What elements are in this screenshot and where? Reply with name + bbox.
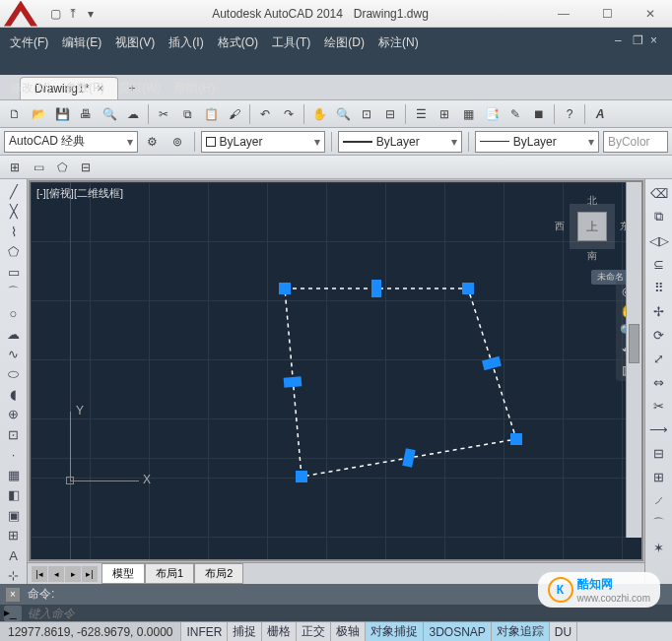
layout-last-icon[interactable]: ▸| xyxy=(82,566,98,582)
status-ortho[interactable]: 正交 xyxy=(297,622,331,641)
help-icon[interactable]: ? xyxy=(559,103,580,125)
calc-icon[interactable]: ⏹ xyxy=(528,103,550,125)
viewcube-face[interactable]: 上 xyxy=(577,212,607,241)
extend-icon[interactable]: ⟶ xyxy=(648,419,670,439)
rectangle-icon[interactable]: ▭ xyxy=(3,264,25,280)
publish-icon[interactable]: ☁ xyxy=(122,103,144,125)
stretch-icon[interactable]: ⇔ xyxy=(648,372,670,392)
copy-obj-icon[interactable]: ⧉ xyxy=(648,207,670,226)
menu-tools[interactable]: 工具(T) xyxy=(272,33,310,51)
selected-polygon[interactable] xyxy=(31,182,641,559)
tab-model[interactable]: 模型 xyxy=(101,563,145,584)
viewport-single-icon[interactable]: ▭ xyxy=(28,157,49,178)
menu-help[interactable]: 帮助(H) xyxy=(174,79,215,96)
properties-icon[interactable]: ☰ xyxy=(410,103,432,125)
status-osnap[interactable]: 对象捕捉 xyxy=(366,622,424,641)
undo-icon[interactable]: ↶ xyxy=(254,103,276,125)
status-ducs[interactable]: DU xyxy=(550,622,577,641)
spline-icon[interactable]: ∿ xyxy=(3,346,25,361)
textstyle-icon[interactable]: A xyxy=(589,103,611,125)
break-icon[interactable]: ⊟ xyxy=(648,443,670,463)
status-snap[interactable]: 捕捉 xyxy=(228,622,262,641)
layout-next-icon[interactable]: ▸ xyxy=(65,566,81,582)
zoom-prev-icon[interactable]: ⊟ xyxy=(379,103,401,125)
join-icon[interactable]: ⊞ xyxy=(648,467,670,486)
line-icon[interactable]: ╱ xyxy=(3,183,25,199)
copy-icon[interactable]: ⧉ xyxy=(176,103,198,125)
pan-icon[interactable]: ✋ xyxy=(308,103,330,125)
status-grid[interactable]: 栅格 xyxy=(262,622,297,641)
make-block-icon[interactable]: ⊡ xyxy=(3,426,25,442)
insert-block-icon[interactable]: ⊕ xyxy=(3,407,25,422)
preview-icon[interactable]: 🔍 xyxy=(99,103,120,125)
lineweight-combo[interactable]: ByLayer ▾ xyxy=(475,131,599,153)
polyline-icon[interactable]: ⌇ xyxy=(3,224,25,239)
menu-modify[interactable]: 修改(M) xyxy=(10,79,51,96)
qat-open-icon[interactable]: ⤒ xyxy=(65,6,81,22)
zoom-window-icon[interactable]: ⊡ xyxy=(356,103,377,125)
command-input[interactable] xyxy=(28,607,668,620)
minimize-button[interactable]: — xyxy=(542,0,585,28)
open-icon[interactable]: 📂 xyxy=(28,103,49,125)
status-3dosnap[interactable]: 3DOSNAP xyxy=(424,622,491,641)
erase-icon[interactable]: ⌫ xyxy=(648,183,670,203)
menu-format[interactable]: 格式(O) xyxy=(218,33,258,51)
menu-file[interactable]: 文件(F) xyxy=(10,33,48,51)
menu-insert[interactable]: 插入(I) xyxy=(168,33,203,51)
design-center-icon[interactable]: ⊞ xyxy=(434,103,455,125)
cut-icon[interactable]: ✂ xyxy=(153,103,174,125)
offset-icon[interactable]: ⊆ xyxy=(648,254,670,274)
status-infer[interactable]: INFER xyxy=(181,622,228,641)
print-icon[interactable]: 🖶 xyxy=(75,103,97,125)
linetype-combo[interactable]: ByLayer ▾ xyxy=(338,131,462,153)
workspace-gear2-icon[interactable]: ⊚ xyxy=(167,131,187,153)
redo-icon[interactable]: ↷ xyxy=(278,103,300,125)
circle-icon[interactable]: ○ xyxy=(3,305,25,321)
trim-icon[interactable]: ✂ xyxy=(648,396,670,416)
menu-window[interactable]: 窗口(W) xyxy=(118,79,161,96)
workspace-settings-icon[interactable]: ⚙ xyxy=(142,131,163,153)
plotstyle-combo[interactable]: ByColor xyxy=(603,131,668,153)
xline-icon[interactable]: ╳ xyxy=(3,203,25,219)
zoom-icon[interactable]: 🔍 xyxy=(332,103,354,125)
mdi-restore-icon[interactable]: ❐ xyxy=(633,32,646,45)
status-polar[interactable]: 极轴 xyxy=(331,622,366,641)
menu-view[interactable]: 视图(V) xyxy=(115,33,155,51)
coordinates-display[interactable]: 12977.8619, -628.9679, 0.0000 xyxy=(0,622,181,641)
vertical-scrollbar[interactable] xyxy=(626,182,641,538)
menu-edit[interactable]: 编辑(E) xyxy=(62,33,101,51)
addselect-icon[interactable]: ⊹ xyxy=(3,567,25,583)
sheet-set-icon[interactable]: 📑 xyxy=(481,103,503,125)
vertex-grip[interactable] xyxy=(296,471,307,482)
tab-layout2[interactable]: 布局2 xyxy=(194,563,243,584)
cmd-close-icon[interactable]: × xyxy=(6,588,20,602)
vertex-grip[interactable] xyxy=(462,283,474,294)
viewport-config-icon[interactable]: ⊞ xyxy=(4,157,26,178)
fillet-icon[interactable]: ⌒ xyxy=(648,514,670,534)
new-icon[interactable]: 🗋 xyxy=(4,103,26,125)
mtext-icon[interactable]: A xyxy=(3,547,25,563)
menu-parametric[interactable]: 参数(P) xyxy=(65,79,104,96)
rotate-icon[interactable]: ⟳ xyxy=(648,325,670,345)
qat-save-icon[interactable]: ▾ xyxy=(83,6,99,22)
arc-icon[interactable]: ⌒ xyxy=(3,284,25,301)
mdi-minimize-icon[interactable]: – xyxy=(615,32,629,45)
chamfer-icon[interactable]: ⟋ xyxy=(648,490,670,510)
layout-prev-icon[interactable]: ◂ xyxy=(48,566,64,582)
ellipse-icon[interactable]: ⬭ xyxy=(3,366,25,382)
markup-icon[interactable]: ✎ xyxy=(504,103,526,125)
drawing-canvas[interactable]: [-][俯视][二维线框] X Y 北 西 东 上 南 未命名 ◎ ✋ xyxy=(29,180,643,561)
table-icon[interactable]: ⊞ xyxy=(3,528,25,544)
ellipse-arc-icon[interactable]: ◖ xyxy=(3,386,25,402)
menu-dimension[interactable]: 标注(N) xyxy=(378,33,419,51)
tool-palette-icon[interactable]: ▦ xyxy=(457,103,479,125)
viewport-poly-icon[interactable]: ⬠ xyxy=(51,157,73,178)
array-icon[interactable]: ⠿ xyxy=(648,278,670,297)
save-icon[interactable]: 💾 xyxy=(51,103,73,125)
midpoint-grip[interactable] xyxy=(284,376,302,388)
revision-cloud-icon[interactable]: ☁ xyxy=(3,326,25,342)
point-icon[interactable]: · xyxy=(3,447,25,463)
layout-first-icon[interactable]: |◂ xyxy=(32,566,47,582)
vertex-grip[interactable] xyxy=(510,433,522,445)
gradient-icon[interactable]: ◧ xyxy=(3,487,25,503)
